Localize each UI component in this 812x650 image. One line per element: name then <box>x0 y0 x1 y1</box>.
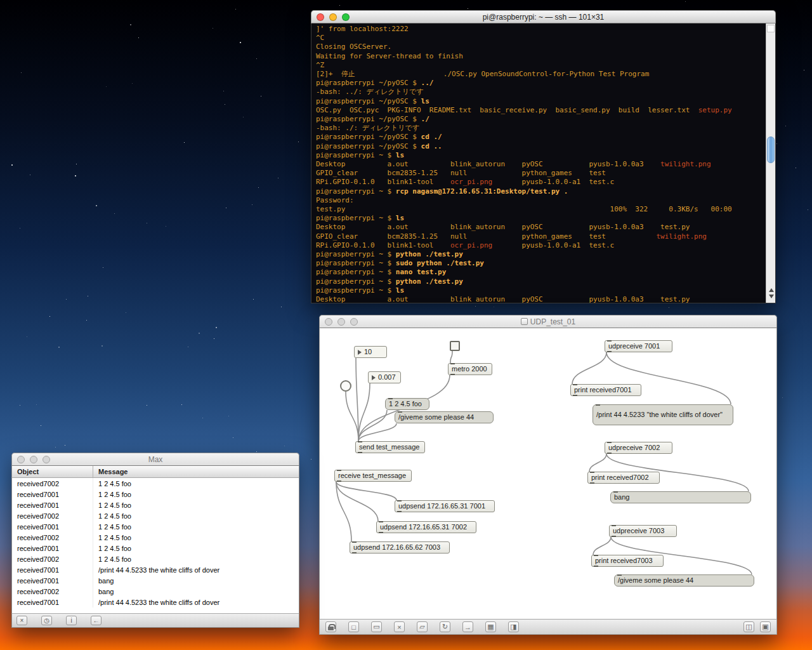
cell-object: received7001 <box>12 575 93 586</box>
table-row[interactable]: received70021 2 4.5 foo <box>12 554 299 564</box>
patch-print-received7002[interactable]: print received7002 <box>587 472 660 484</box>
table-row[interactable]: received7001/print 44 4.5233 the white c… <box>12 597 299 607</box>
table-row[interactable]: received70011 2 4.5 foo <box>12 543 299 554</box>
scroll-down-arrow[interactable] <box>769 295 774 298</box>
table-row[interactable]: received70011 2 4.5 foo <box>12 489 299 500</box>
terminal-line: Password: <box>316 196 766 205</box>
terminal-line: pi@raspberrypi ~ $ sudo python ./test.py <box>316 259 766 268</box>
terminal-output[interactable]: ]' from localhost:2222^CClosing OSCServe… <box>311 23 766 303</box>
patch-cord <box>589 454 606 472</box>
patch-send-test-message[interactable]: send test_message <box>355 441 425 453</box>
cell-message: 1 2 4.5 foo <box>93 480 299 488</box>
info-button[interactable]: i <box>66 616 77 625</box>
patch-print-received7001[interactable]: print received7001 <box>570 384 641 396</box>
terminal-scrollbar[interactable] <box>766 23 775 303</box>
window-view-icon[interactable]: ▣ <box>760 621 771 632</box>
terminal-line: RPi.GPIO-0.1.0 blink1-tool ocr_pi.png py… <box>316 241 766 250</box>
table-row[interactable]: received70011 2 4.5 foo <box>12 521 299 532</box>
scrollbar-thumb[interactable] <box>767 136 775 163</box>
column-header-object[interactable]: Object <box>12 466 93 477</box>
zoom-button[interactable] <box>342 13 350 21</box>
patch-toggle[interactable] <box>450 341 460 351</box>
scrollbar-top-box[interactable] <box>767 25 775 32</box>
terminal-line: Desktop a.out blink_autorun pyOSC pyusb-… <box>316 160 766 169</box>
patch-udpreceive-7002[interactable]: udpreceive 7002 <box>605 442 672 454</box>
close-button[interactable] <box>17 456 25 463</box>
cell-object: received7001 <box>12 564 93 575</box>
close-button[interactable] <box>317 13 324 21</box>
max-console-window: Max Object Message received70021 2 4.5 f… <box>11 453 299 628</box>
minimize-button[interactable] <box>30 456 37 463</box>
cell-message: 1 2 4.5 foo <box>93 501 299 509</box>
table-row[interactable]: received70021 2 4.5 foo <box>12 478 299 489</box>
minimize-button[interactable] <box>337 318 345 326</box>
patch-msg-print-cliffs[interactable]: /print 44 4.5233 "the white cliffs of do… <box>593 404 733 425</box>
cell-object: received7001 <box>12 597 93 607</box>
patch-msg-1-2-45-foo[interactable]: 1 2 4.5 foo <box>385 398 429 410</box>
patch-msg-giveme-2[interactable]: /giveme some please 44 <box>614 574 754 587</box>
lock-icon[interactable] <box>325 621 336 632</box>
patch-bang-button[interactable] <box>340 380 351 392</box>
zoom-button[interactable] <box>43 456 50 463</box>
back-button[interactable]: ← <box>91 616 102 625</box>
patch-cord <box>606 352 731 404</box>
terminal-line: [2]+ 停止 ./OSC.py OpenSoundControl-for-Py… <box>316 70 766 79</box>
cell-object: received7001 <box>12 500 93 510</box>
cell-message: 1 2 4.5 foo <box>93 545 299 552</box>
split-view-icon[interactable]: ◫ <box>743 621 754 632</box>
terminal-titlebar[interactable]: pi@raspberrypi: ~ — ssh — 101×31 <box>311 10 776 23</box>
max-console-titlebar[interactable]: Max <box>11 453 299 466</box>
close-button[interactable] <box>325 318 332 326</box>
patch-number-0007[interactable]: 0.007 <box>368 371 401 383</box>
patch-udpreceive-7001[interactable]: udpreceive 7001 <box>605 340 672 352</box>
patch-udpsend-7002[interactable]: udpsend 172.16.65.31 7002 <box>376 521 476 533</box>
patch-udpreceive-7003[interactable]: udpreceive 7003 <box>609 525 677 537</box>
traffic-lights <box>311 13 350 21</box>
column-header-message[interactable]: Message <box>93 466 299 477</box>
patch-cord <box>336 482 396 500</box>
clock-button[interactable]: ◷ <box>41 616 52 625</box>
action-icon[interactable]: → <box>462 621 473 632</box>
restore-icon[interactable]: ↻ <box>440 621 450 632</box>
terminal-line: -bash: ../: ディレクトリです <box>316 88 766 96</box>
delete-icon[interactable]: × <box>394 621 405 632</box>
table-row[interactable]: received7002bang <box>12 586 299 597</box>
presentation-icon[interactable]: ▱ <box>417 621 428 632</box>
scroll-up-arrow[interactable] <box>769 288 774 292</box>
patch-msg-bang[interactable]: bang <box>610 491 751 503</box>
table-row[interactable]: received7001/print 44 4.5233 the white c… <box>12 564 299 575</box>
number-value: 0.007 <box>378 373 396 381</box>
patch-receive-test-message[interactable]: receive test_message <box>334 470 412 482</box>
new-object-icon[interactable]: □ <box>348 621 359 632</box>
terminal-line: pi@raspberrypi ~/pyOSC $ cd ./ <box>316 133 766 142</box>
new-message-icon[interactable]: ▭ <box>371 621 382 632</box>
cell-message: 1 2 4.5 foo <box>93 512 299 520</box>
table-row[interactable]: received7001bang <box>12 575 299 586</box>
patch-canvas: 10metro 20000.0071 2 4.5 foo/giveme some… <box>319 328 777 619</box>
terminal-line: -bash: ./: ディレクトリです <box>316 124 766 133</box>
cell-object: received7001 <box>12 489 93 500</box>
table-header: Object Message <box>11 466 299 478</box>
table-row[interactable]: received70021 2 4.5 foo <box>12 510 299 521</box>
table-row[interactable]: received70011 2 4.5 foo <box>12 500 299 510</box>
patch-udpsend-7003[interactable]: udpsend 172.16.65.62 7003 <box>350 541 450 554</box>
terminal-line: pi@raspberrypi ~ $ rcp nagasm@172.16.65.… <box>316 187 766 196</box>
terminal-line: pi@raspberrypi ~ $ ls <box>316 214 766 223</box>
traffic-lights <box>12 456 50 463</box>
patch-number-10[interactable]: 10 <box>354 346 387 358</box>
table-row[interactable]: received70021 2 4.5 foo <box>12 532 299 543</box>
clear-button[interactable]: × <box>16 616 27 625</box>
patch-print-received7003[interactable]: print received7003 <box>591 555 664 567</box>
grid-icon[interactable]: ▦ <box>485 621 496 632</box>
patch-udpsend-7001[interactable]: udpsend 172.16.65.31 7001 <box>395 500 495 512</box>
patch-metro-2000[interactable]: metro 2000 <box>448 363 492 375</box>
inspector-icon[interactable]: ◨ <box>508 621 519 632</box>
cell-object: received7002 <box>12 532 93 543</box>
cell-object: received7001 <box>12 521 93 532</box>
terminal-line: pi@raspberrypi ~ $ nano test.py <box>316 268 766 277</box>
zoom-button[interactable] <box>350 318 358 326</box>
traffic-lights <box>320 318 358 326</box>
minimize-button[interactable] <box>329 13 337 21</box>
patch-msg-giveme[interactable]: /giveme some please 44 <box>395 411 494 423</box>
patcher-titlebar[interactable]: UDP_test_01 <box>319 315 777 328</box>
